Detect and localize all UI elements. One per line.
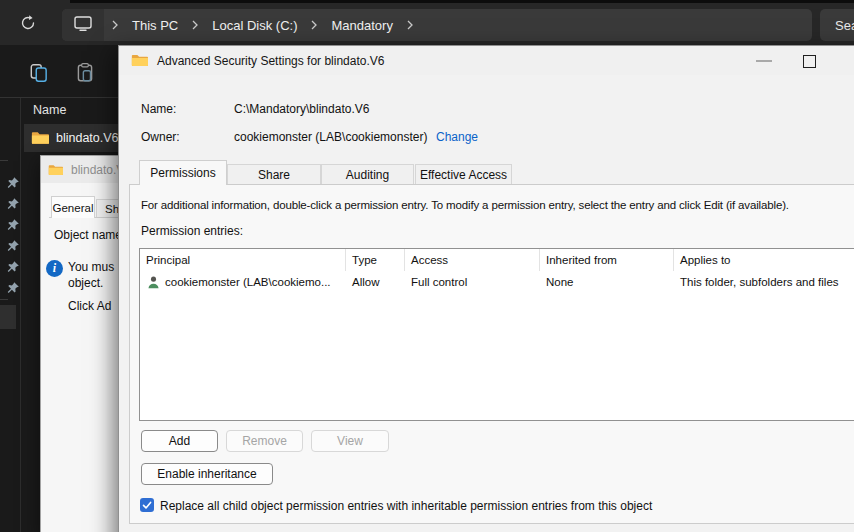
table-header-row[interactable]: Principal Type Access Inherited from App…	[140, 249, 854, 271]
search-box-text: Sea	[835, 18, 854, 33]
name-label: Name:	[141, 102, 176, 116]
name-value: C:\Mandatory\blindato.V6	[234, 102, 369, 116]
change-owner-link[interactable]: Change	[436, 130, 478, 144]
nav-pane-divider	[20, 98, 21, 532]
minimize-button[interactable]	[751, 52, 777, 70]
column-header-applies-to[interactable]: Applies to	[674, 249, 854, 271]
toolbar-divider	[0, 97, 120, 98]
folder-icon	[131, 54, 148, 67]
remove-button[interactable]: Remove	[226, 430, 303, 452]
monitor-icon	[73, 14, 93, 36]
row-principal: cookiemonster (LAB\cookiemo...	[165, 276, 331, 288]
checkmark-icon	[142, 500, 152, 510]
row-access: Full control	[405, 276, 540, 288]
permission-entries-label: Permission entries:	[141, 224, 243, 238]
breadcrumb-mandatory[interactable]: Mandatory	[325, 18, 398, 33]
row-inherited-from: None	[540, 276, 674, 288]
breadcrumb-chevron-icon	[303, 20, 325, 30]
tab-share[interactable]: Share	[227, 164, 321, 185]
dialog-title: Advanced Security Settings for blindato.…	[157, 54, 384, 68]
owner-label: Owner:	[141, 130, 180, 144]
owner-value: cookiemonster (LAB\cookiemonster)	[234, 130, 427, 144]
row-applies-to: This folder, subfolders and files	[674, 276, 854, 288]
tab-general[interactable]: General	[51, 196, 95, 218]
properties-dialog-title: blindato.V	[71, 163, 124, 177]
view-button[interactable]: View	[311, 430, 389, 452]
maximize-button[interactable]	[803, 55, 816, 68]
desktop-screen: This PC Local Disk (C:) Mandatory Sea	[0, 0, 854, 532]
breadcrumb-chevron-icon	[399, 20, 421, 30]
address-bar[interactable]: This PC Local Disk (C:) Mandatory	[62, 9, 812, 41]
info-text-line: object.	[68, 276, 103, 290]
tab-effective-access[interactable]: Effective Access	[415, 164, 512, 185]
tab-auditing[interactable]: Auditing	[321, 164, 414, 185]
pin-icon[interactable]	[6, 239, 20, 253]
pin-icon[interactable]	[6, 281, 20, 295]
pin-icon[interactable]	[6, 260, 20, 274]
paste-icon[interactable]	[74, 62, 96, 84]
info-text-line: You mus	[68, 260, 114, 274]
instruction-text: For additional information, double-click…	[141, 199, 854, 211]
info-text-line: Click Ad	[68, 299, 111, 313]
permission-entries-table[interactable]: Principal Type Access Inherited from App…	[139, 248, 854, 421]
user-avatar-icon	[146, 275, 161, 290]
add-button[interactable]: Add	[141, 430, 218, 452]
minimize-icon	[756, 60, 772, 62]
refresh-icon[interactable]	[18, 13, 38, 33]
table-row[interactable]: cookiemonster (LAB\cookiemo... Allow Ful…	[140, 271, 854, 293]
pin-icon[interactable]	[6, 218, 20, 232]
file-list-name-column-header[interactable]: Name	[33, 103, 66, 117]
tab-permissions[interactable]: Permissions	[139, 160, 227, 185]
column-header-type[interactable]: Type	[346, 249, 405, 271]
breadcrumb-this-pc[interactable]: This PC	[126, 18, 184, 33]
object-name-label: Object name	[54, 228, 122, 242]
rail-divider	[0, 160, 8, 161]
search-input[interactable]: Sea	[820, 9, 854, 41]
file-row-blindato-v6[interactable]: blindato.V6	[24, 124, 118, 152]
copy-icon[interactable]	[28, 62, 50, 84]
folder-icon	[48, 164, 63, 176]
this-pc-dropdown[interactable]	[62, 9, 104, 41]
breadcrumb-chevron-icon	[104, 20, 126, 30]
info-icon: i	[46, 260, 63, 277]
pin-icon[interactable]	[6, 176, 20, 190]
breadcrumb-chevron-icon	[184, 20, 206, 30]
pin-icon[interactable]	[6, 197, 20, 211]
column-header-inherited-from[interactable]: Inherited from	[540, 249, 674, 271]
folder-icon	[31, 131, 49, 145]
breadcrumb-local-disk-c[interactable]: Local Disk (C:)	[206, 18, 303, 33]
explorer-toolbar: This PC Local Disk (C:) Mandatory Sea	[0, 0, 854, 45]
dialog-titlebar[interactable]: Advanced Security Settings for blindato.…	[119, 46, 854, 75]
column-header-principal[interactable]: Principal	[140, 249, 346, 271]
replace-child-permissions-label[interactable]: Replace all child object permission entr…	[160, 499, 652, 513]
column-header-access[interactable]: Access	[405, 249, 540, 271]
file-row-label: blindato.V6	[56, 131, 119, 145]
enable-inheritance-button[interactable]: Enable inheritance	[141, 463, 273, 485]
advanced-security-dialog: Advanced Security Settings for blindato.…	[118, 45, 854, 532]
rail-divider	[0, 299, 8, 300]
replace-child-permissions-checkbox[interactable]	[140, 498, 154, 512]
rail-selected-item[interactable]	[0, 305, 16, 329]
window-top-edge	[70, 0, 854, 3]
row-type: Allow	[346, 276, 405, 288]
